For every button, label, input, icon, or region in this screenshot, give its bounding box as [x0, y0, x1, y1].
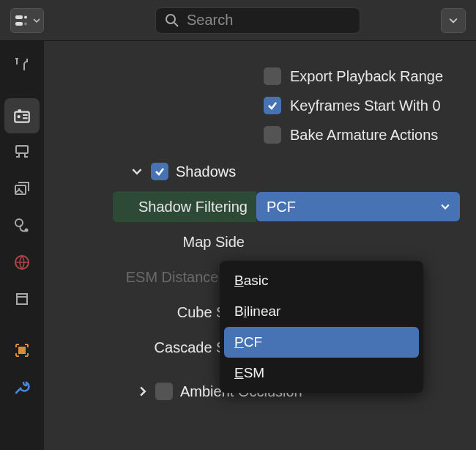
tool-icon: [13, 56, 31, 73]
svg-rect-9: [23, 114, 28, 116]
checkbox-bake-armature[interactable]: [264, 126, 281, 144]
chevron-down-icon: [441, 202, 450, 211]
checkbox-label: Bake Armature Actions: [290, 127, 438, 144]
search-placeholder: Search: [187, 12, 233, 29]
chevron-right-icon: [138, 386, 148, 396]
svg-point-2: [24, 15, 27, 18]
dropdown-value: PCF: [267, 199, 296, 215]
svg-rect-1: [15, 22, 23, 26]
checkbox-label: Export Playback Range: [290, 68, 443, 85]
checkbox-shadows[interactable]: [151, 163, 168, 180]
svg-rect-0: [15, 15, 23, 19]
properties-icon: [14, 13, 29, 28]
svg-point-15: [25, 229, 29, 232]
section-label: Shadows: [176, 163, 236, 180]
svg-point-8: [18, 115, 21, 118]
checkbox-row-keyframes-start: Keyframes Start With 0: [44, 91, 476, 120]
checkbox-export-playback[interactable]: [264, 67, 281, 85]
tab-tool[interactable]: [4, 47, 40, 82]
svg-point-3: [24, 22, 27, 25]
tab-output[interactable]: [4, 135, 40, 170]
editor-type-selector[interactable]: [10, 8, 44, 33]
tab-scene[interactable]: [4, 208, 40, 243]
section-shadows[interactable]: Shadows: [44, 150, 476, 189]
tab-object[interactable]: [4, 281, 40, 317]
checkbox-row-export-playback: Export Playback Range: [44, 62, 476, 91]
svg-rect-7: [18, 109, 21, 111]
dropdown-option-pcf[interactable]: PCF: [224, 327, 419, 358]
search-input[interactable]: Search: [155, 7, 360, 34]
tab-modifier[interactable]: [4, 333, 40, 368]
shadow-filtering-dropdown[interactable]: PCF: [256, 192, 460, 221]
search-icon: [165, 13, 179, 28]
scene-icon: [13, 217, 31, 235]
svg-rect-11: [16, 146, 28, 153]
chevron-down-icon: [449, 16, 458, 25]
checkbox-ambient-occlusion[interactable]: [155, 383, 173, 400]
object-icon: [13, 290, 31, 308]
field-label: Shadow Filtering: [113, 191, 256, 222]
svg-rect-10: [23, 117, 28, 119]
checkbox-row-bake-armature: Bake Armature Actions: [44, 120, 476, 150]
chevron-down-icon: [33, 17, 40, 24]
tab-world[interactable]: [4, 245, 40, 280]
svg-line-5: [174, 23, 178, 26]
object-select-icon: [13, 342, 31, 359]
property-tabs: [0, 41, 44, 450]
output-icon: [13, 144, 31, 161]
svg-rect-19: [18, 347, 26, 354]
checkbox-keyframes-start[interactable]: [264, 97, 281, 114]
dropdown-option-esm[interactable]: ESM: [224, 358, 419, 388]
wrench-icon: [13, 378, 31, 396]
tab-render[interactable]: [4, 98, 40, 133]
svg-rect-12: [15, 185, 26, 194]
top-bar: Search: [0, 0, 476, 41]
svg-point-4: [166, 15, 175, 23]
field-map-side: Map Side: [44, 224, 476, 259]
tab-wrench[interactable]: [4, 369, 40, 405]
camera-back-icon: [12, 106, 31, 125]
world-icon: [13, 254, 31, 271]
image-stack-icon: [13, 180, 31, 198]
checkbox-label: Keyframes Start With 0: [290, 97, 441, 114]
dropdown-option-bilinear[interactable]: Bilinear: [224, 296, 419, 327]
svg-rect-6: [15, 112, 29, 122]
options-button[interactable]: [441, 8, 466, 33]
field-label: Map Side: [44, 234, 256, 251]
tab-viewlayer[interactable]: [4, 171, 40, 207]
field-shadow-filtering: Shadow Filtering PCF: [44, 189, 476, 224]
chevron-down-icon: [130, 165, 144, 178]
shadow-filtering-dropdown-list: Basic Bilinear PCF ESM: [220, 261, 423, 393]
dropdown-option-basic[interactable]: Basic: [224, 265, 419, 296]
svg-rect-17: [17, 294, 27, 304]
